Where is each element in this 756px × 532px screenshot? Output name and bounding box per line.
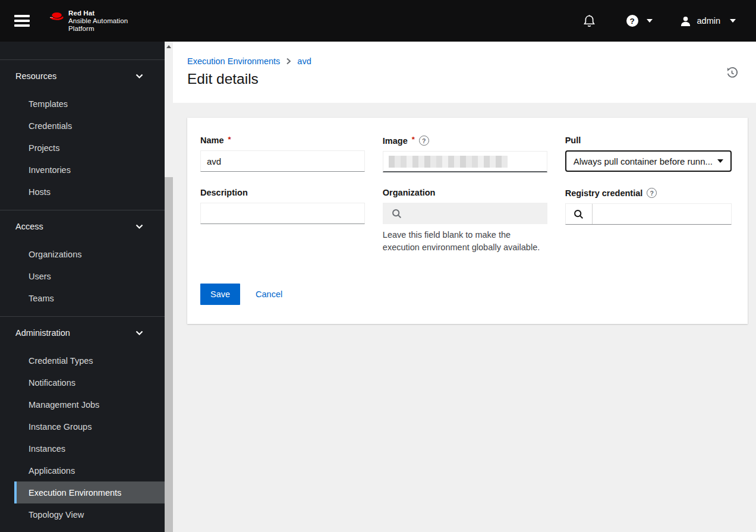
brand-text: Red Hat Ansible Automation Platform (68, 10, 128, 33)
nav-group-header-resources[interactable]: Resources (0, 68, 165, 84)
breadcrumb: Execution Environments avd (187, 56, 742, 66)
edit-details-form-card: Name * Image * ? (187, 118, 748, 324)
user-menu[interactable]: admin (680, 15, 736, 27)
nav-group-label: Access (15, 222, 43, 231)
image-input[interactable] (383, 151, 547, 172)
sidebar-item-credentials[interactable]: Credentials (14, 115, 165, 137)
redhat-fedora-icon (49, 11, 64, 21)
username-label: admin (697, 16, 721, 26)
organization-input (410, 203, 547, 223)
user-icon (680, 15, 691, 27)
sidebar-item-teams[interactable]: Teams (14, 287, 165, 309)
organization-helper-text: Leave this field blank to make the execu… (383, 229, 547, 254)
registry-credential-field: Registry credential ? (565, 188, 732, 254)
nav-group-access: Access Organizations Users Teams (0, 210, 165, 316)
required-asterisk: * (412, 135, 415, 144)
sidebar-item-hosts[interactable]: Hosts (14, 181, 165, 203)
sidebar-item-applications[interactable]: Applications (14, 459, 165, 481)
description-label: Description (200, 188, 248, 197)
name-field: Name * (200, 136, 365, 172)
sidebar-item-users[interactable]: Users (14, 265, 165, 287)
brand-line2: Ansible Automation (68, 17, 128, 25)
scrollbar-up-arrow-icon[interactable] (166, 45, 171, 48)
notifications-bell-icon[interactable] (583, 14, 596, 28)
registry-credential-lookup (565, 203, 732, 225)
search-icon (383, 203, 410, 223)
sidebar-item-inventories[interactable]: Inventories (14, 159, 165, 181)
caret-down-icon (717, 159, 723, 163)
brand-line1: Red Hat (68, 10, 128, 17)
nav-group-label: Resources (15, 71, 56, 81)
question-circle-outline-icon[interactable]: ? (419, 136, 429, 146)
sidebar-item-credential-types[interactable]: Credential Types (14, 350, 165, 372)
sidebar-item-execution-environments[interactable]: Execution Environments (14, 481, 165, 503)
chevron-down-icon (136, 224, 143, 229)
chevron-right-icon (286, 58, 291, 65)
image-field: Image * ? (383, 136, 547, 172)
pull-selected-value: Always pull container before runn... (574, 156, 713, 166)
scrollbar-thumb[interactable] (165, 177, 173, 532)
description-input[interactable] (200, 203, 365, 224)
chevron-down-icon (136, 330, 143, 336)
search-icon[interactable] (566, 204, 593, 224)
name-label: Name (200, 136, 224, 145)
sidebar-item-instance-groups[interactable]: Instance Groups (14, 415, 165, 437)
image-label: Image (383, 136, 408, 146)
form-actions: Save Cancel (200, 284, 732, 305)
save-button[interactable]: Save (200, 284, 240, 305)
question-circle-outline-icon[interactable]: ? (647, 188, 657, 198)
description-field: Description (200, 188, 365, 254)
chevron-down-icon (136, 74, 143, 79)
sidebar-item-instances[interactable]: Instances (14, 437, 165, 459)
nav-group-header-administration[interactable]: Administration (0, 325, 165, 341)
pull-field: Pull Always pull container before runn..… (565, 136, 732, 172)
organization-lookup (383, 203, 547, 224)
caret-down-icon (730, 19, 736, 23)
sidebar-item-notifications[interactable]: Notifications (14, 372, 165, 394)
sidebar-scrollbar[interactable] (165, 42, 173, 532)
help-menu[interactable]: ? (626, 15, 653, 27)
sidebar-item-projects[interactable]: Projects (14, 137, 165, 159)
breadcrumb-link-avd[interactable]: avd (297, 56, 311, 66)
brand-line3: Platform (68, 25, 128, 33)
sidebar-item-templates[interactable]: Templates (14, 93, 165, 115)
caret-down-icon (647, 19, 653, 23)
question-circle-icon: ? (626, 15, 638, 27)
masthead-toolbar: ? admin (583, 14, 756, 28)
nav-group-header-access[interactable]: Access (0, 218, 165, 235)
nav-group-label: Administration (15, 328, 70, 338)
pull-select[interactable]: Always pull container before runn... (565, 150, 732, 172)
registry-credential-input[interactable] (593, 204, 731, 224)
sidebar-nav: Resources Templates Credentials Projects… (0, 42, 165, 532)
nav-group-administration: Administration Credential Types Notifica… (0, 316, 165, 532)
organization-field: Organization Leave this field blank to m… (383, 188, 547, 254)
page-header: Execution Environments avd Edit details (173, 42, 756, 103)
sidebar-item-management-jobs[interactable]: Management Jobs (14, 394, 165, 415)
page-title: Edit details (187, 71, 742, 87)
nav-toggle-hamburger-icon[interactable] (14, 15, 30, 27)
page-body: Name * Image * ? (173, 103, 756, 324)
main-content: Execution Environments avd Edit details … (173, 42, 756, 532)
required-asterisk: * (228, 135, 231, 144)
sidebar-item-organizations[interactable]: Organizations (14, 243, 165, 265)
brand-logo: Red Hat Ansible Automation Platform (49, 10, 128, 33)
cancel-button[interactable]: Cancel (256, 289, 282, 299)
pull-label: Pull (565, 136, 581, 145)
history-icon[interactable] (726, 67, 738, 81)
registry-credential-label: Registry credential (565, 188, 643, 198)
name-input[interactable] (200, 150, 365, 172)
masthead: Red Hat Ansible Automation Platform ? ad… (0, 0, 756, 42)
breadcrumb-link-execution-environments[interactable]: Execution Environments (187, 56, 280, 66)
organization-label: Organization (383, 188, 436, 197)
redacted-value (389, 156, 508, 168)
sidebar-item-topology-view[interactable]: Topology View (14, 503, 165, 525)
nav-group-resources: Resources Templates Credentials Projects… (0, 59, 165, 210)
